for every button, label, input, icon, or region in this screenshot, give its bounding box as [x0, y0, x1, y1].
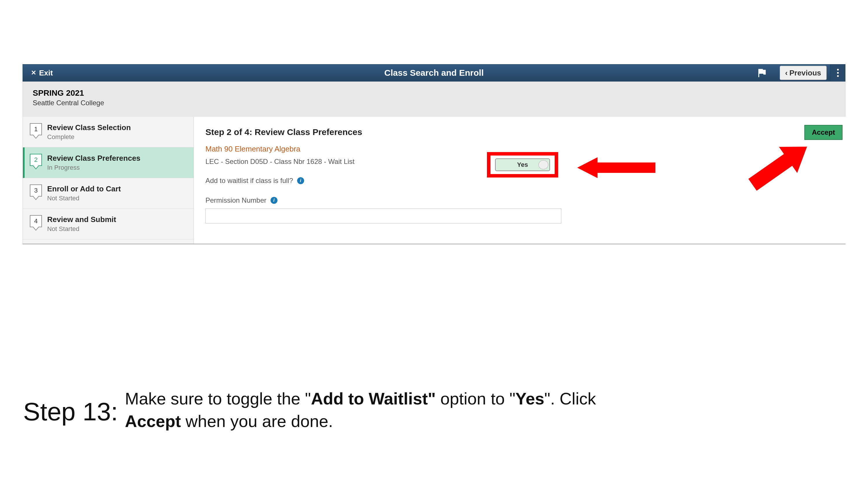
instruction-step-label: Step 13:	[23, 387, 118, 426]
step-badge: 2	[30, 154, 42, 166]
app-window: ✕ Exit Class Search and Enroll ‹ Previou…	[23, 64, 845, 244]
toggle-knob	[538, 160, 548, 169]
text-part: when you are done.	[181, 412, 333, 430]
term-label: SPRING 2021	[33, 89, 835, 98]
step-texts: Review and Submit Not Started	[47, 215, 116, 233]
step-texts: Review Class Selection Complete	[47, 123, 131, 141]
step-badge: 4	[30, 215, 42, 227]
step-badge: 3	[30, 185, 42, 197]
permission-number-input[interactable]	[206, 208, 561, 224]
steps-sidebar: 1 Review Class Selection Complete 2 Revi…	[23, 117, 194, 244]
accept-button[interactable]: Accept	[804, 125, 842, 140]
waitlist-row: Add to waitlist if class is full? i	[206, 176, 834, 185]
step-status: Not Started	[47, 195, 121, 202]
instruction-text: Make sure to toggle the "Add to Waitlist…	[125, 387, 596, 433]
text-part: option to "	[436, 389, 515, 408]
info-icon[interactable]: i	[271, 197, 277, 204]
close-icon: ✕	[31, 69, 36, 76]
text-bold: Add to Waitlist"	[311, 389, 436, 408]
annotation-arrow-left-icon	[577, 157, 655, 178]
highlight-box-toggle: Yes	[487, 152, 558, 177]
text-bold: Accept	[125, 412, 181, 430]
step-title: Review Class Selection	[47, 123, 131, 132]
exit-button[interactable]: ✕ Exit	[23, 64, 61, 81]
toggle-value: Yes	[517, 161, 528, 168]
waitlist-toggle[interactable]: Yes	[495, 158, 550, 171]
text-bold: Yes	[515, 389, 544, 408]
step-item-4[interactable]: 4 Review and Submit Not Started	[23, 209, 193, 239]
step-item-3[interactable]: 3 Enroll or Add to Cart Not Started	[23, 178, 193, 209]
previous-label: Previous	[789, 68, 821, 77]
step-title: Review and Submit	[47, 215, 116, 224]
main-heading: Step 2 of 4: Review Class Preferences	[206, 127, 834, 137]
step-status: Complete	[47, 133, 131, 141]
flag-icon[interactable]	[756, 68, 767, 78]
step-title: Enroll or Add to Cart	[47, 185, 121, 193]
college-label: Seattle Central College	[33, 99, 835, 107]
step-title: Review Class Preferences	[47, 154, 140, 163]
info-icon[interactable]: i	[297, 177, 304, 184]
step-texts: Review Class Preferences In Progress	[47, 154, 140, 171]
header-bar: ✕ Exit Class Search and Enroll ‹ Previou…	[23, 64, 845, 82]
text-part: Make sure to toggle the "	[125, 389, 311, 408]
more-menu-button[interactable]	[830, 64, 845, 81]
waitlist-label: Add to waitlist if class is full?	[206, 176, 293, 185]
text-part: ". Click	[544, 389, 596, 408]
permission-label: Permission Number	[206, 196, 267, 204]
step-status: Not Started	[47, 225, 116, 233]
content-body: 1 Review Class Selection Complete 2 Revi…	[23, 117, 845, 244]
step-status: In Progress	[47, 164, 140, 171]
context-header: SPRING 2021 Seattle Central College	[23, 82, 845, 117]
permission-row: Permission Number i	[206, 196, 834, 204]
step-badge: 1	[30, 123, 42, 135]
chevron-left-icon: ‹	[785, 68, 788, 77]
main-panel: Step 2 of 4: Review Class Preferences Ma…	[194, 117, 845, 244]
exit-label: Exit	[39, 68, 53, 77]
step-item-1[interactable]: 1 Review Class Selection Complete	[23, 117, 193, 148]
instruction-block: Step 13: Make sure to toggle the "Add to…	[23, 387, 775, 433]
step-texts: Enroll or Add to Cart Not Started	[47, 185, 121, 202]
annotation-arrow-diagonal-icon	[742, 131, 820, 203]
step-item-2[interactable]: 2 Review Class Preferences In Progress	[23, 148, 193, 178]
more-vertical-icon	[837, 69, 839, 77]
page-title: Class Search and Enroll	[384, 68, 484, 78]
previous-button[interactable]: ‹ Previous	[780, 66, 827, 80]
